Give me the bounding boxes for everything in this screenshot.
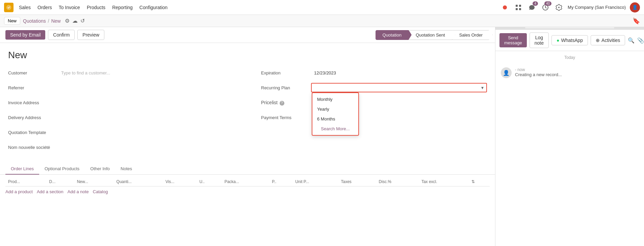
form-grid: Customer Type to find a customer... Refe… [8, 67, 487, 153]
delivery-address-input[interactable] [58, 116, 248, 119]
svg-rect-1 [516, 5, 518, 7]
dropdown-search-more[interactable]: Search More... [312, 124, 358, 134]
payment-terms-label: Payment Terms [261, 115, 308, 120]
refresh-icon[interactable]: ↺ [80, 18, 85, 24]
user-avatar[interactable]: 👤 [630, 2, 640, 13]
new-button[interactable]: New [4, 17, 20, 25]
referrer-row: Referrer [8, 82, 248, 93]
table-header-row: Prod... D... New... Quanti... Vis... U..… [5, 177, 490, 186]
form-right: Expiration 12/23/2023 Recurring Plan ▾ M… [248, 67, 487, 153]
gear-icon[interactable]: ⚙ [65, 18, 70, 24]
order-table: Prod... D... New... Quanti... Vis... U..… [5, 177, 490, 186]
pricelist-label: Pricelist ? [261, 100, 308, 106]
settings-icon[interactable] [554, 3, 564, 12]
tabs-bar: Order Lines Optional Products Other Info… [0, 159, 495, 175]
invoice-address-row: Invoice Address [8, 97, 248, 108]
col-packa: Packa... [222, 177, 269, 186]
activity-badge: 40 [544, 1, 551, 6]
status-sales-order[interactable]: Sales Order [452, 30, 490, 40]
right-panel-icons: 🔍 📎 👤 [628, 37, 644, 44]
invoice-address-input[interactable] [58, 101, 248, 104]
status-bar: Quotation Quotation Sent Sales Order [376, 30, 490, 40]
customer-input[interactable]: Type to find a customer... [58, 69, 248, 77]
form-title: New [8, 50, 487, 61]
scroll-indicator [525, 27, 614, 28]
chat-badge: 4 [533, 1, 538, 6]
chat-icon[interactable]: 4 [527, 3, 537, 12]
referrer-label: Referrer [8, 85, 55, 90]
breadcrumb-bar: New Quotations / New ⚙ ☁ ↺ 🔖 [0, 15, 644, 27]
nav-menu: Sales Orders To Invoice Products Reporti… [19, 3, 168, 12]
tab-other-info[interactable]: Other Info [85, 163, 115, 175]
svg-rect-2 [519, 5, 521, 7]
confirm-button[interactable]: Confirm [48, 30, 75, 40]
form-left: Customer Type to find a customer... Refe… [8, 67, 248, 153]
log-note-button[interactable]: Log note [530, 32, 549, 48]
quotation-template-input[interactable] [58, 131, 248, 134]
app-logo[interactable] [4, 3, 14, 12]
referrer-input[interactable] [58, 86, 248, 89]
left-panel: Send by Email Confirm Preview Quotation … [0, 27, 495, 246]
cloud-icon[interactable]: ☁ [72, 18, 78, 24]
main-layout: Send by Email Confirm Preview Quotation … [0, 27, 644, 246]
grid-icon[interactable] [514, 3, 523, 12]
nav-configuration[interactable]: Configuration [139, 3, 168, 12]
right-panel: Send message Log note ● WhatsApp ⊕ Activ… [495, 27, 644, 246]
nav-orders[interactable]: Orders [37, 3, 52, 12]
col-d: D... [47, 177, 74, 186]
nom-societe-input[interactable] [58, 146, 248, 149]
add-product-link[interactable]: Add a product [5, 189, 33, 194]
pricelist-help-icon[interactable]: ? [280, 101, 284, 106]
preview-button[interactable]: Preview [77, 30, 104, 40]
col-disc: Disc.% [376, 177, 419, 186]
nav-reporting[interactable]: Reporting [112, 3, 133, 12]
customer-label: Customer [8, 70, 55, 75]
tab-notes[interactable]: Notes [115, 163, 137, 175]
whatsapp-button[interactable]: ● WhatsApp [551, 35, 588, 45]
send-email-button[interactable]: Send by Email [5, 30, 45, 40]
attachment-icon[interactable]: 📎 [637, 37, 644, 44]
dropdown-item-yearly[interactable]: Yearly [312, 104, 358, 114]
dropdown-item-monthly[interactable]: Monthly [312, 94, 358, 104]
add-note-link[interactable]: Add a note [68, 189, 89, 194]
col-u: U.. [197, 177, 222, 186]
breadcrumb-parent[interactable]: Quotations [23, 18, 46, 24]
delivery-address-row: Delivery Address [8, 112, 248, 123]
recurring-plan-select[interactable]: ▾ Monthly Yearly 6 Months Search More... [311, 83, 487, 92]
quotation-template-label: Quotation Template [8, 130, 55, 135]
breadcrumb-current: New [51, 18, 61, 24]
nav-right: 4 40 Send message My Company (San Franci… [500, 2, 640, 13]
timeline-content: - now Creating a new record... [515, 67, 639, 78]
status-quotation[interactable]: Quotation [376, 30, 409, 40]
dropdown-item-6months[interactable]: 6 Months [312, 114, 358, 124]
expiration-row: Expiration 12/23/2023 [261, 67, 487, 78]
nav-products[interactable]: Products [87, 3, 105, 12]
col-p: P.. [269, 177, 292, 186]
tab-order-lines[interactable]: Order Lines [5, 163, 39, 175]
nav-to-invoice[interactable]: To Invoice [59, 3, 80, 12]
right-panel-header: Send message Log note ● WhatsApp ⊕ Activ… [495, 30, 644, 51]
status-quotation-sent[interactable]: Quotation Sent [409, 30, 452, 40]
add-section-link[interactable]: Add a section [37, 189, 63, 194]
expiration-input[interactable]: 12/23/2023 [311, 69, 487, 77]
svg-point-0 [6, 5, 11, 10]
bookmark-icon[interactable]: 🔖 [633, 17, 640, 25]
company-label[interactable]: My Company (San Francisco) [568, 5, 626, 10]
svg-rect-4 [519, 8, 521, 10]
pricelist-row: Pricelist ? [261, 97, 487, 108]
breadcrumb: Quotations / New [23, 18, 61, 24]
col-unit-price: Unit P... [292, 177, 338, 186]
svg-rect-3 [516, 8, 518, 10]
activity-icon[interactable]: 40 [541, 3, 550, 12]
notification-dot-icon[interactable] [500, 3, 510, 12]
catalog-link[interactable]: Catalog [93, 189, 108, 194]
recurring-plan-label: Recurring Plan [261, 85, 308, 90]
breadcrumb-sep: / [48, 18, 49, 24]
tab-optional-products[interactable]: Optional Products [39, 163, 85, 175]
recurring-plan-chevron: ▾ [481, 85, 484, 90]
send-message-button[interactable]: Send message [499, 33, 527, 47]
search-icon[interactable]: 🔍 [628, 37, 635, 44]
activities-button[interactable]: ⊕ Activities [591, 35, 625, 45]
nav-sales[interactable]: Sales [19, 3, 31, 12]
payment-terms-row: Payment Terms [261, 112, 487, 123]
